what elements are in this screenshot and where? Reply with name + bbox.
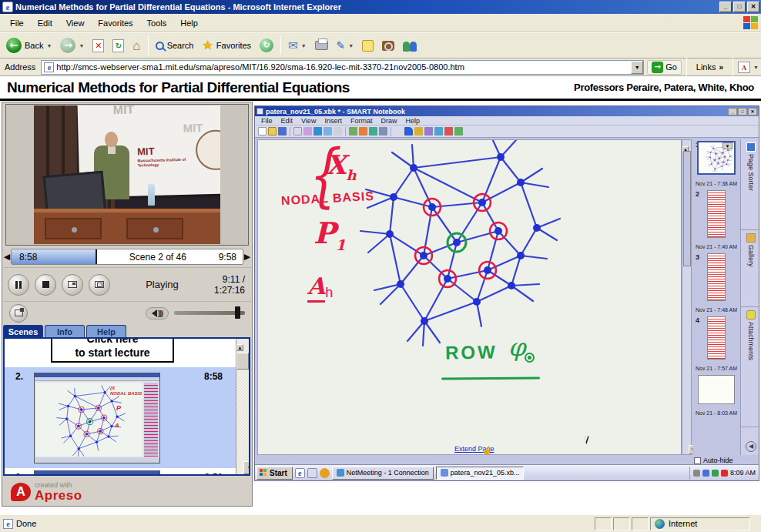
adobe-pdf-icon[interactable]: A — [738, 62, 750, 73]
address-input[interactable] — [56, 61, 631, 74]
tab-page-sorter[interactable]: Page Sorter — [741, 139, 759, 230]
notebook-restore-icon: □ — [738, 108, 747, 115]
scene-item-2-selected[interactable]: 2. 8:58 {XNODAL BASIS P A — [5, 367, 249, 468]
volume-knob[interactable] — [235, 306, 240, 319]
tray-display-icon[interactable] — [702, 470, 709, 477]
stop-button[interactable]: ✕ — [89, 38, 107, 54]
notebook-toolbar — [255, 125, 759, 138]
quicklaunch-desktop-icon[interactable] — [307, 468, 317, 478]
forward-button[interactable]: → ▼ — [57, 36, 87, 55]
popout-button[interactable] — [9, 304, 28, 323]
page-dropdown-icon[interactable]: ▼ — [722, 142, 733, 149]
canvas-scroll-thumb[interactable] — [683, 151, 691, 266]
refresh-button[interactable]: ↻ — [109, 38, 127, 54]
home-button[interactable]: ⌂ — [129, 38, 143, 54]
menu-favorites[interactable]: Favorites — [91, 16, 139, 30]
history-button[interactable]: ↻ — [256, 37, 277, 54]
quicklaunch-ie-icon[interactable]: e — [295, 468, 305, 478]
mail-button[interactable]: ✉ ▼ — [285, 37, 310, 54]
notebook-canvas[interactable]: { Xh NODAL BASIS P1 Ah ROW φ Extend Page… — [257, 139, 682, 455]
scroll-down-icon[interactable]: ▼ — [243, 461, 250, 474]
start-button[interactable]: Start — [256, 467, 293, 480]
forward-dropdown-icon[interactable]: ▼ — [79, 43, 84, 49]
task-netmeeting[interactable]: NetMeeting - 1 Connection — [332, 467, 434, 480]
close-button[interactable]: ✕ — [747, 2, 759, 12]
scene-item-3[interactable]: 3. 9:58 OLD BUSINESS — [5, 468, 249, 476]
discuss-button[interactable] — [359, 38, 377, 53]
links-chevron-icon[interactable]: » — [719, 63, 724, 72]
address-field[interactable]: e ▼ — [41, 60, 644, 75]
tab-info[interactable]: Info — [45, 325, 85, 338]
window-titlebar[interactable]: e Numerical Methods for Partial Differen… — [0, 0, 761, 14]
page-thumb-2[interactable]: 2 Nov 21 - 7:40 AM — [692, 190, 740, 252]
minimize-button[interactable]: _ — [719, 2, 732, 12]
mute-button[interactable]: ))) — [146, 307, 169, 320]
tab-gallery[interactable]: Gallery — [741, 230, 759, 307]
back-dropdown-icon[interactable]: ▼ — [46, 43, 52, 49]
page-title: Numerical Methods for Partial Differenti… — [7, 79, 350, 96]
scene-3-thumbnail[interactable]: OLD BUSINESS — [34, 470, 160, 476]
address-dropdown-icon[interactable]: ▼ — [631, 61, 643, 74]
undo-icon — [313, 127, 322, 136]
research-button[interactable] — [379, 39, 397, 52]
start-lecture-box[interactable]: Click here to start lecture — [51, 339, 174, 363]
menu-tools[interactable]: Tools — [140, 16, 174, 30]
tab-attachments[interactable]: Attachments — [741, 307, 759, 427]
next-scene-icon[interactable]: ▶ — [243, 252, 251, 262]
page-thumb-5[interactable]: 5 Nov 21 - 8:03 AM — [692, 375, 740, 418]
annotation-xh: Xh — [326, 149, 356, 183]
quicklaunch-media-icon[interactable] — [320, 468, 330, 478]
go-button[interactable]: → Go — [647, 60, 682, 75]
edit-button[interactable]: ✎ ▼ — [334, 38, 357, 53]
lecture-video[interactable]: MIT MIT MIT Massachusetts Institute of T… — [34, 105, 220, 244]
layout-button[interactable] — [62, 274, 83, 296]
favorites-button[interactable]: ★ Favorites — [199, 38, 254, 53]
canvas-scrollbar[interactable]: ▲ ▼ — [682, 139, 692, 455]
swap-view-button[interactable] — [89, 274, 110, 296]
scene-2-thumbnail[interactable]: {XNODAL BASIS P A — [34, 373, 160, 463]
page-thumb-1[interactable]: 1 ▼ Nov 21 - 7:38 AM — [692, 141, 740, 189]
back-button[interactable]: ← Back ▼ — [3, 36, 55, 55]
redo-icon — [324, 127, 332, 136]
volume-row: ))) — [3, 301, 251, 324]
links-menu[interactable]: Links » — [692, 62, 728, 72]
scene-progress-track[interactable]: 8:58 Scene 2 of 46 9:58 — [11, 249, 243, 265]
task-notebook[interactable]: patera_nov21_05.xb... — [436, 467, 525, 480]
pdf-dropdown-icon[interactable]: ▼ — [753, 65, 759, 70]
volume-slider[interactable] — [174, 311, 245, 315]
collapse-sidebar-icon[interactable]: ◀ — [746, 441, 756, 452]
notebook-task-icon — [441, 469, 448, 477]
menu-file[interactable]: File — [3, 16, 31, 30]
auto-hide-checkbox[interactable] — [694, 457, 701, 464]
delete-icon — [334, 127, 342, 136]
smart-notebook-capture[interactable]: patera_nov21_05.xbk * - SMART Notebook _… — [254, 105, 759, 481]
tab-scenes[interactable]: Scenes — [3, 325, 43, 338]
tray-pen-icon[interactable] — [693, 470, 700, 477]
menu-view[interactable]: View — [59, 16, 92, 30]
edit-dropdown-icon[interactable]: ▼ — [348, 43, 354, 49]
save-icon — [278, 127, 287, 136]
menu-edit[interactable]: Edit — [31, 16, 59, 30]
maximize-button[interactable]: □ — [733, 2, 746, 12]
scene-item-1[interactable]: Click here to start lecture — [5, 339, 249, 367]
print-button[interactable] — [312, 39, 331, 52]
tab-help[interactable]: Help — [86, 325, 126, 338]
page-thumb-4[interactable]: 4 Nov 21 - 7:57 AM — [692, 316, 740, 373]
menu-help[interactable]: Help — [173, 16, 205, 30]
auto-hide-option[interactable]: Auto-hide — [694, 457, 733, 464]
tray-network-icon[interactable] — [712, 470, 719, 477]
camera-icon — [379, 127, 387, 136]
tray-antivirus-icon[interactable] — [721, 470, 728, 477]
pause-button[interactable] — [8, 274, 29, 296]
notebook-side-tabs: Page Sorter Gallery Attachments ◀ — [740, 139, 759, 455]
mail-dropdown-icon[interactable]: ▼ — [301, 43, 307, 49]
prev-scene-icon[interactable]: ◀ — [3, 252, 11, 262]
go-arrow-icon: → — [652, 62, 663, 73]
scroll-up-icon[interactable]: ▲ — [236, 344, 243, 351]
messenger-button[interactable] — [400, 38, 420, 53]
stop-playback-button[interactable] — [35, 274, 56, 296]
page-thumb-3[interactable]: 3 Nov 21 - 7:48 AM — [692, 253, 740, 315]
search-button[interactable]: Search — [153, 39, 197, 52]
scroll-thumb[interactable] — [236, 353, 249, 370]
scene-list-scrollbar[interactable]: ▲ ▼ — [236, 339, 249, 474]
